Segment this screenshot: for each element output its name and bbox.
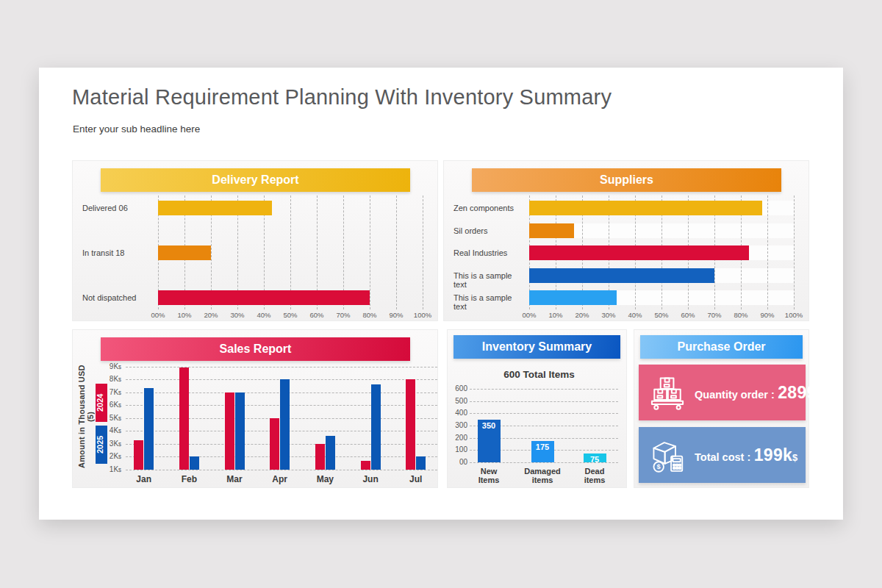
bar (529, 290, 617, 305)
axis-tick-label: 20% (199, 311, 223, 319)
axis-tick-label: 4K$ (95, 426, 121, 434)
bar-2025 (416, 456, 426, 470)
category-label: Delivered 06 (82, 204, 156, 212)
axis-tick-label: 80% (729, 311, 753, 319)
category-label: Not dispatched (82, 293, 156, 302)
gridline (396, 196, 397, 309)
sales-report-chart: 1K$2K$3K$4K$5K$6K$7K$8K$9K$JanFebMarAprM… (73, 330, 437, 487)
gridline (794, 196, 795, 309)
slide-card: Material Requirement Planning With Inven… (39, 68, 843, 520)
panel-inventory-summary: Inventory Summary 600 Total Items 001002… (447, 329, 627, 488)
axis-tick-label: 100% (411, 311, 434, 319)
gridline (126, 470, 437, 470)
page-title: Material Requirement Planning With Inven… (72, 85, 612, 110)
bar-2024 (406, 379, 415, 470)
axis-tick-label: 10% (173, 311, 196, 319)
axis-tick-label: 90% (756, 311, 779, 319)
gridline (370, 196, 370, 309)
axis-tick-label: 80% (358, 311, 381, 319)
axis-tick-label: 40% (252, 311, 276, 319)
axis-tick-label: 1K$ (95, 465, 121, 473)
suppliers-chart: 00%10%20%30%40%50%60%70%80%90%100%Zen co… (444, 161, 808, 320)
category-label: Real Industries (453, 248, 527, 257)
axis-tick-label: 6K$ (95, 401, 121, 409)
gridline (423, 196, 423, 309)
category-label: Sil orders (453, 226, 527, 235)
inventory-summary-chart: 00100200300400500600350NewItems175Damage… (448, 330, 626, 487)
panel-sales-report: Sales Report Amount in Thousand USD (5) … (72, 329, 438, 488)
total-cost-card: $ Total cost : 199k$ (639, 427, 806, 483)
total-cost-label: Total cost : (695, 451, 750, 463)
quantity-order-value: 2899 (778, 383, 816, 402)
panel-purchase-order: Purchase Order (634, 329, 809, 488)
axis-tick-label: 100 (448, 445, 467, 453)
panel-delivery-report: Delivery Report 00%10%20%30%40%50%60%70%… (72, 160, 438, 321)
gridline (767, 196, 768, 309)
bar (158, 290, 370, 305)
bar (529, 223, 574, 238)
axis-tick-label: 50% (279, 311, 302, 319)
axis-tick-label: 00% (146, 311, 170, 319)
category-label: Jan (129, 474, 159, 484)
axis-tick-label: 70% (331, 311, 355, 319)
delivery-report-chart: 00%10%20%30%40%50%60%70%80%90%100%Delive… (73, 161, 437, 320)
bar-2024 (315, 444, 325, 470)
bar (529, 201, 762, 215)
axis-tick-label: 00% (517, 311, 541, 319)
category-label: May (309, 474, 340, 484)
total-cost-text: Total cost : 199k$ (695, 445, 797, 465)
bar (158, 201, 272, 215)
value-label: 75 (584, 455, 606, 464)
gridline (470, 389, 618, 390)
category-label: Feb (173, 474, 204, 484)
axis-tick-label: 30% (597, 311, 620, 319)
bar (529, 268, 714, 283)
total-cost-suffix: $ (792, 452, 797, 463)
axis-tick-label: 50% (650, 311, 673, 319)
category-label: Damageditems (517, 467, 568, 484)
bar-2024 (134, 440, 143, 470)
bar-2025 (235, 392, 245, 470)
category-label: In transit 18 (82, 248, 156, 257)
bar-2025 (144, 388, 154, 470)
axis-tick-label: 90% (384, 311, 408, 319)
boxes-trolley-icon (648, 373, 687, 412)
axis-tick-label: 7K$ (95, 388, 121, 396)
axis-tick-label: 300 (448, 421, 467, 429)
bar-2025 (280, 379, 290, 470)
bar (529, 245, 749, 260)
axis-tick-label: 3K$ (95, 440, 121, 448)
axis-tick-label: 2K$ (95, 452, 121, 460)
axis-tick-label: 100% (782, 311, 806, 319)
gridline (470, 401, 618, 402)
axis-tick-label: 8K$ (95, 375, 121, 383)
category-label: This is a sample text (453, 271, 527, 289)
category-label: This is a sample text (453, 293, 527, 311)
axis-tick-label: 40% (623, 311, 647, 319)
axis-tick-label: 00 (448, 458, 467, 466)
axis-tick-label: 400 (448, 409, 467, 417)
purchase-order-header: Purchase Order (640, 335, 803, 359)
axis-tick-label: 600 (448, 384, 467, 392)
total-cost-value: 199k (754, 445, 792, 465)
bar-2024 (179, 368, 189, 470)
bar-2025 (190, 456, 199, 470)
axis-tick-label: 5K$ (95, 414, 121, 422)
axis-tick-label: 10% (544, 311, 567, 319)
axis-tick-label: 70% (703, 311, 726, 319)
svg-text:$: $ (657, 463, 662, 470)
axis-tick-label: 60% (305, 311, 329, 319)
axis-tick-label: 500 (448, 397, 467, 405)
axis-tick-label: 9K$ (95, 362, 121, 370)
axis-tick-label: 200 (448, 434, 467, 442)
panel-suppliers: Suppliers 00%10%20%30%40%50%60%70%80%90%… (443, 160, 809, 321)
quantity-order-card: Quantity order : 2899 (639, 365, 806, 420)
category-label: Jul (401, 474, 431, 484)
category-label: Jun (355, 474, 386, 484)
page-subtitle: Enter your sub headline here (73, 123, 200, 135)
gridline (470, 413, 618, 414)
axis-tick-label: 30% (226, 311, 249, 319)
category-label: Deaditems (569, 467, 620, 484)
value-label: 350 (478, 421, 501, 430)
bar-2024 (225, 392, 234, 470)
